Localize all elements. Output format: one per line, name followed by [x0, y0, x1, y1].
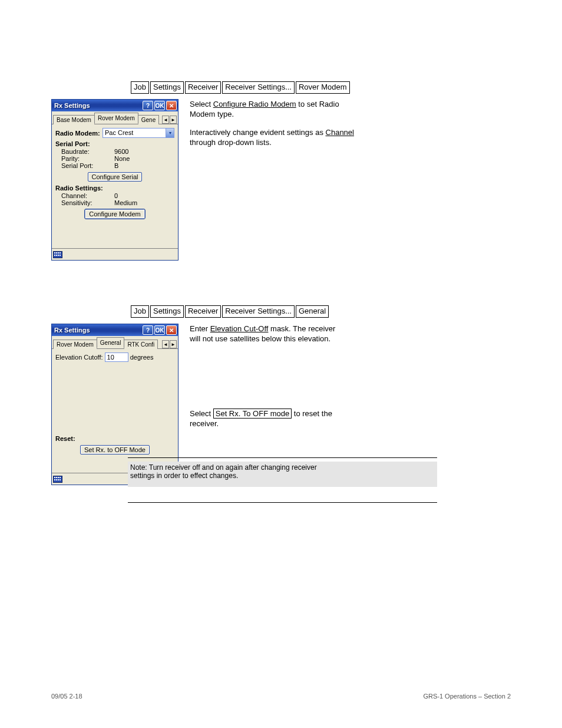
path-job: Job — [131, 81, 149, 94]
path-settings: Settings — [150, 81, 184, 94]
path-row-1: Job Settings Receiver Receiver Settings.… — [131, 81, 562, 94]
path-rxsettings: Receiver Settings... — [222, 81, 295, 94]
path-receiver: Receiver — [185, 81, 221, 94]
path-rovermodem: Rover Modem — [296, 81, 350, 94]
